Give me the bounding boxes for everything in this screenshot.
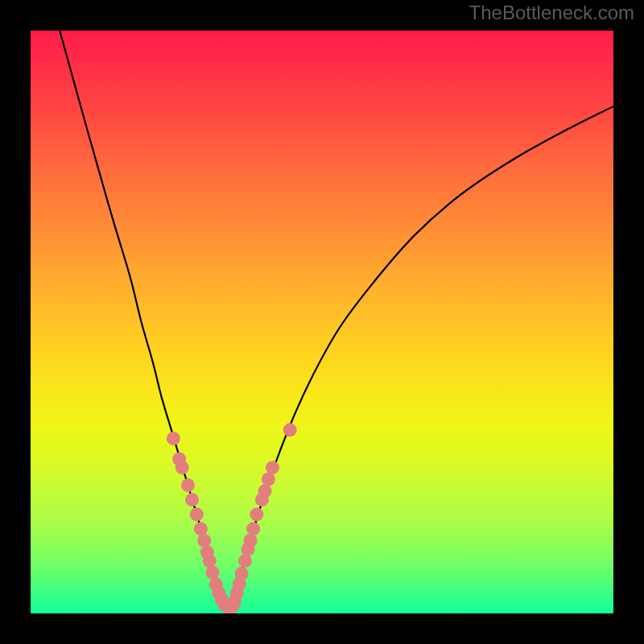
data-dot xyxy=(175,461,189,475)
watermark-text: TheBottleneck.com xyxy=(469,2,634,24)
data-dot xyxy=(250,507,263,521)
data-dot xyxy=(243,534,257,547)
data-dot xyxy=(283,423,297,436)
data-dot xyxy=(185,493,199,506)
data-dot xyxy=(205,566,219,580)
chart-svg xyxy=(31,31,613,613)
data-dot xyxy=(262,473,275,486)
data-dot xyxy=(181,478,195,492)
data-dot xyxy=(266,461,279,475)
data-dot xyxy=(258,484,272,497)
dots-group xyxy=(167,423,297,613)
chart-frame: TheBottleneck.com xyxy=(0,0,644,644)
data-dot xyxy=(203,554,217,568)
plot-area xyxy=(31,31,613,613)
data-dot xyxy=(190,507,204,521)
data-dot xyxy=(238,554,252,568)
data-dot xyxy=(194,522,208,536)
data-dot xyxy=(235,567,249,580)
data-dot xyxy=(197,534,211,547)
right-curve xyxy=(229,106,613,610)
data-dot xyxy=(246,522,260,536)
data-dot xyxy=(167,431,180,445)
